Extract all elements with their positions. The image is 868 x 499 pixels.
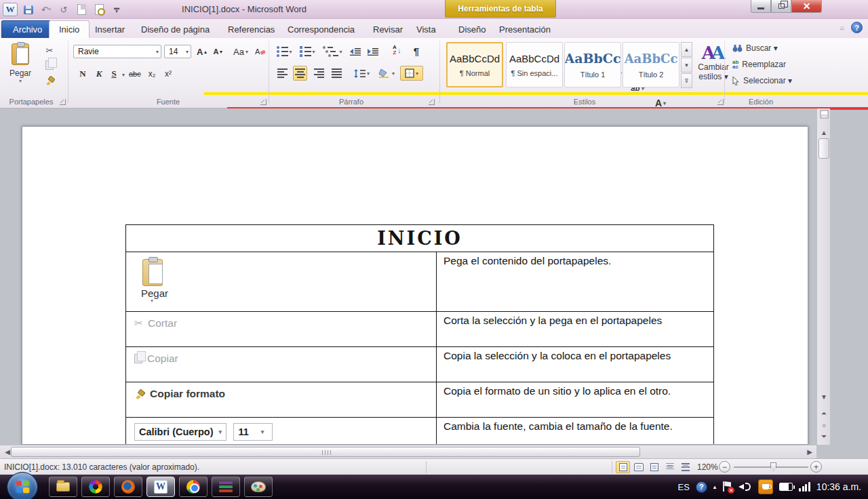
- paragraph-dialog-launcher[interactable]: [429, 99, 435, 105]
- scroll-right-button[interactable]: ▶: [804, 448, 815, 456]
- zoom-slider-thumb[interactable]: [770, 462, 776, 471]
- taskbar-word-button[interactable]: W: [146, 477, 175, 497]
- redo-button[interactable]: ↺: [57, 3, 71, 16]
- font-size-combo[interactable]: 14▾: [164, 45, 191, 58]
- horizontal-scroll-thumb[interactable]: [11, 447, 640, 457]
- taskbar-paint-button[interactable]: [244, 477, 273, 497]
- taskbar-chrome-button[interactable]: [179, 477, 208, 497]
- action-center-icon[interactable]: ✕: [722, 481, 732, 492]
- taskbar-winrar-button[interactable]: [212, 477, 240, 497]
- line-spacing-button[interactable]: ▾: [353, 66, 371, 81]
- minimize-ribbon-button[interactable]: ⌂: [840, 24, 844, 31]
- shading-button[interactable]: ▾: [377, 66, 396, 81]
- style-heading1[interactable]: AaBbCc Título 1: [564, 42, 621, 87]
- bold-button[interactable]: N: [76, 66, 90, 81]
- grow-font-button[interactable]: A▲: [195, 44, 209, 59]
- doc-font-name-combo[interactable]: Calibri (Cuerpo)▾: [134, 423, 226, 441]
- character-count[interactable]: INICIO[1].docx: 13.010 caracteres (valor…: [4, 462, 199, 472]
- view-print-layout-button[interactable]: [616, 461, 630, 473]
- next-page-button[interactable]: ⏷: [818, 433, 829, 441]
- horizontal-scrollbar[interactable]: ◀ ▶: [0, 445, 816, 458]
- cell-copy-desc[interactable]: Copia la selección y la coloca en el por…: [437, 347, 714, 382]
- document-page[interactable]: INICIO Pegar ▾ Pega el contenido del por…: [22, 126, 808, 445]
- numbering-button[interactable]: ▾: [298, 44, 317, 59]
- tab-diseno-pagina[interactable]: Diseño de página: [132, 20, 219, 38]
- find-button[interactable]: Buscar ▾: [732, 43, 778, 53]
- select-button[interactable]: Seleccionar ▾: [732, 76, 792, 85]
- cell-font-desc[interactable]: Cambia la fuente, cambia el tamaño de la…: [437, 418, 714, 445]
- taskbar-firefox-button[interactable]: [114, 477, 142, 497]
- style-heading2[interactable]: AaBbCc Título 2: [623, 42, 679, 87]
- styles-dialog-launcher[interactable]: [717, 99, 724, 105]
- show-marks-button[interactable]: ¶: [410, 43, 423, 58]
- java-update-icon[interactable]: [758, 479, 773, 494]
- strikethrough-button[interactable]: abc: [127, 66, 142, 81]
- language-indicator[interactable]: ES: [677, 482, 689, 492]
- zoom-in-button[interactable]: +: [810, 461, 822, 473]
- undo-button[interactable]: ↶▾: [39, 3, 53, 16]
- styles-scroll-down-button[interactable]: ▼: [681, 58, 692, 73]
- italic-button[interactable]: K: [92, 66, 106, 81]
- styles-more-button[interactable]: ⊽: [681, 73, 692, 88]
- vertical-scroll-thumb[interactable]: [818, 138, 829, 159]
- tab-diseno-tabla[interactable]: Diseño: [449, 20, 495, 38]
- cell-format-painter-desc[interactable]: Copia el formato de un sitio y lo aplica…: [437, 382, 714, 418]
- cell-paste-desc[interactable]: Pega el contenido del portapapeles.: [437, 252, 714, 312]
- underline-button[interactable]: S: [107, 66, 121, 81]
- save-button[interactable]: [22, 3, 35, 16]
- ruler-toggle-button[interactable]: [818, 110, 829, 120]
- view-fullscreen-button[interactable]: [631, 461, 646, 473]
- print-preview-button[interactable]: [92, 3, 106, 16]
- replace-button[interactable]: abac Reemplazar: [732, 60, 786, 69]
- cell-cut[interactable]: ✂Cortar: [126, 312, 437, 347]
- cut-button[interactable]: ✂: [42, 43, 57, 57]
- qat-customize-button[interactable]: ▬▾: [110, 3, 123, 16]
- shrink-font-button[interactable]: A▼: [212, 44, 225, 59]
- close-button[interactable]: ✕: [791, 0, 822, 13]
- scroll-up-button[interactable]: ▲: [818, 129, 829, 136]
- scroll-down-button[interactable]: ▼: [818, 393, 829, 401]
- change-styles-button[interactable]: AA Cambiar estilos ▾: [696, 43, 731, 81]
- help-button[interactable]: ?: [851, 22, 863, 33]
- tab-archivo[interactable]: Archivo: [1, 20, 54, 38]
- clipboard-dialog-launcher[interactable]: [60, 99, 66, 105]
- tab-inicio[interactable]: Inicio: [49, 20, 90, 38]
- restore-button[interactable]: [771, 0, 791, 13]
- multilevel-list-button[interactable]: ▾: [321, 44, 344, 59]
- doc-font-size-combo[interactable]: 11▾: [233, 423, 273, 441]
- vertical-scrollbar[interactable]: ▲ ▼ ⏶ ○ ⏷: [816, 108, 830, 445]
- word-logo-icon[interactable]: W: [3, 3, 18, 16]
- tab-correspondencia[interactable]: Correspondencia: [278, 20, 364, 38]
- table-title[interactable]: INICIO: [126, 225, 714, 252]
- underline-dropdown[interactable]: ▾: [122, 72, 125, 78]
- cell-font-combos[interactable]: Calibri (Cuerpo)▾ 11▾: [126, 418, 437, 445]
- clear-formatting-button[interactable]: A: [254, 44, 267, 59]
- align-right-button[interactable]: [312, 66, 326, 81]
- styles-scroll-up-button[interactable]: ▲: [681, 42, 692, 57]
- borders-button[interactable]: ▾: [400, 66, 423, 81]
- change-case-button[interactable]: Aa▾: [232, 44, 250, 59]
- cell-format-painter[interactable]: Copiar formato: [126, 382, 437, 418]
- tab-referencias[interactable]: Referencias: [218, 20, 284, 38]
- battery-icon[interactable]: [779, 483, 793, 491]
- tab-revisar[interactable]: Revisar: [363, 20, 412, 38]
- new-document-button[interactable]: [75, 3, 88, 16]
- increase-indent-button[interactable]: [366, 44, 380, 59]
- show-hidden-icons-button[interactable]: ▴: [713, 483, 717, 490]
- superscript-button[interactable]: x²: [161, 66, 175, 81]
- view-web-layout-button[interactable]: [647, 461, 661, 473]
- browse-object-button[interactable]: ○: [818, 422, 829, 429]
- tab-insertar[interactable]: Insertar: [85, 20, 134, 38]
- style-no-spacing[interactable]: AaBbCcDd ¶ Sin espaci...: [506, 42, 563, 87]
- subscript-button[interactable]: x₂: [145, 66, 159, 81]
- cell-cut-desc[interactable]: Corta la selección y la pega en el porta…: [437, 312, 714, 347]
- align-center-button[interactable]: [293, 66, 307, 81]
- tab-vista[interactable]: Vista: [407, 20, 446, 38]
- style-normal[interactable]: AaBbCcDd ¶ Normal: [446, 42, 503, 87]
- font-dialog-launcher[interactable]: [260, 99, 267, 105]
- volume-icon[interactable]: [738, 481, 752, 492]
- copy-button[interactable]: [42, 58, 57, 72]
- view-draft-button[interactable]: [678, 461, 692, 473]
- clock[interactable]: 10:36 a.m.: [816, 481, 861, 492]
- view-outline-button[interactable]: [663, 461, 677, 473]
